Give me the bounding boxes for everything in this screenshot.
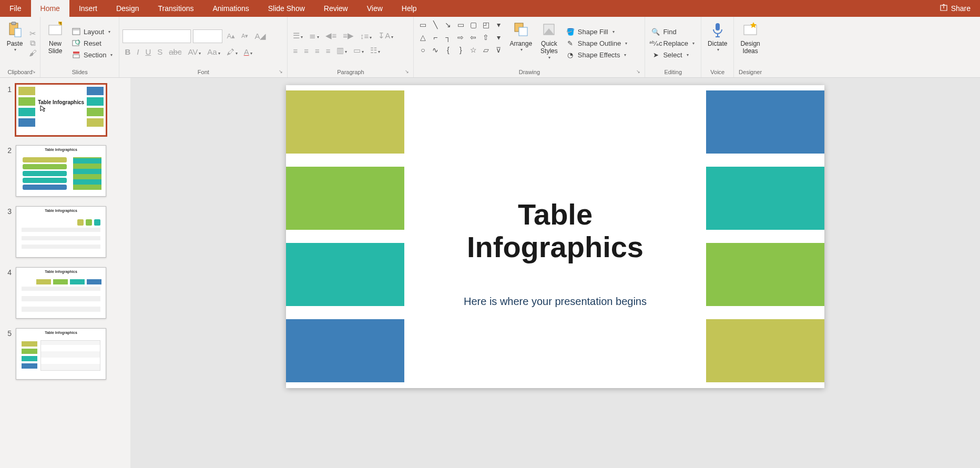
shape-callout[interactable]: ▱ — [480, 44, 492, 56]
thumbnail-3[interactable]: Table Infographics — [16, 206, 106, 258]
shape-connector-1[interactable]: ⌐ — [430, 32, 441, 43]
ribbon: Paste ▾ ✂ ⧉ 🖌 Clipboard ↘ New Slide — [0, 17, 980, 78]
share-button[interactable]: Share — [930, 0, 980, 17]
shape-connector-2[interactable]: ┐ — [442, 32, 454, 43]
align-text-button[interactable]: ▭▾ — [351, 45, 366, 56]
quick-styles-button[interactable]: Quick Styles▾ — [537, 19, 561, 67]
text-direction-button[interactable]: ↧A▾ — [376, 30, 395, 42]
section-button[interactable]: Section▾ — [69, 49, 116, 60]
strikethrough-button[interactable]: abc — [167, 46, 183, 57]
shadow-button[interactable]: S — [155, 46, 165, 57]
tab-slideshow[interactable]: Slide Show — [259, 0, 314, 17]
bold-button[interactable]: B — [122, 46, 132, 57]
arrange-icon — [513, 21, 529, 38]
thumbnail-5[interactable]: Table Infographics — [16, 328, 106, 380]
tab-animations[interactable]: Animations — [203, 0, 258, 17]
tab-help[interactable]: Help — [392, 0, 426, 17]
format-painter-icon[interactable]: 🖌 — [28, 48, 37, 57]
character-spacing-button[interactable]: AV▾ — [186, 46, 203, 57]
paste-button[interactable]: Paste ▾ — [3, 19, 26, 67]
tab-insert[interactable]: Insert — [69, 0, 107, 17]
shape-curve[interactable]: ∿ — [430, 44, 441, 56]
slide-subtitle[interactable]: Here is where your presentation begins — [286, 296, 824, 308]
deco-block-right-1[interactable] — [706, 90, 824, 154]
line-spacing-button[interactable]: ↕≡▾ — [358, 30, 374, 42]
reset-button[interactable]: Reset — [69, 38, 116, 48]
align-left-button[interactable]: ≡ — [291, 45, 300, 56]
tab-design[interactable]: Design — [107, 0, 149, 17]
paragraph-launcher[interactable]: ↘ — [405, 69, 411, 75]
align-center-button[interactable]: ≡ — [302, 45, 311, 56]
shape-arrow-right[interactable]: ⇨ — [455, 32, 466, 43]
clear-formatting-icon[interactable]: A◢ — [252, 30, 268, 42]
shape-triangle[interactable]: △ — [417, 32, 428, 43]
underline-button[interactable]: U — [143, 46, 153, 57]
shape-line-arrow[interactable]: ↘ — [442, 19, 454, 30]
shape-arrow-up[interactable]: ⇧ — [480, 32, 492, 43]
numbering-button[interactable]: ≣▾ — [307, 30, 321, 42]
font-launcher[interactable]: ↘ — [279, 69, 285, 75]
shapes-gallery[interactable]: ▭ ╲ ↘ ▭ ▢ ◰ ▾ △ ⌐ ┐ ⇨ ⇦ ⇧ ▾ ○ ∿ { } ☆ ▱ — [417, 19, 504, 67]
select-button[interactable]: ➤Select▾ — [648, 49, 698, 60]
thumbnail-4[interactable]: Table Infographics — [16, 267, 106, 319]
shape-fill-button[interactable]: 🪣Shape Fill▾ — [563, 26, 630, 37]
tab-review[interactable]: Review — [314, 0, 358, 17]
clipboard-launcher[interactable]: ↘ — [32, 69, 38, 75]
shape-oval[interactable]: ○ — [417, 44, 428, 56]
smartart-button[interactable]: ☷▾ — [368, 45, 382, 56]
align-right-button[interactable]: ≡ — [313, 45, 322, 56]
tab-home[interactable]: Home — [31, 0, 69, 17]
shape-more-1[interactable]: ▾ — [493, 19, 504, 30]
highlight-button[interactable]: 🖍▾ — [224, 46, 240, 57]
shape-snip-rect[interactable]: ◰ — [480, 19, 492, 30]
group-editing: 🔍Find ᵃᵇ⁄ₐcReplace▾ ➤Select▾ Editing — [645, 17, 701, 77]
shape-brace-left[interactable]: { — [442, 44, 454, 56]
increase-font-icon[interactable]: A▴ — [224, 31, 237, 41]
shape-more-3[interactable]: ⊽ — [493, 44, 504, 56]
shape-line[interactable]: ╲ — [430, 19, 441, 30]
italic-button[interactable]: I — [135, 46, 141, 57]
font-size-select[interactable] — [193, 29, 222, 43]
thumbnail-panel[interactable]: 1 Table Infographics 2 Table Infographic… — [0, 78, 130, 468]
shape-more-2[interactable]: ▾ — [493, 32, 504, 43]
shape-arrow-left[interactable]: ⇦ — [467, 32, 479, 43]
shape-outline-button[interactable]: ✎Shape Outline▾ — [563, 38, 630, 48]
arrange-button[interactable]: Arrange▾ — [506, 19, 535, 67]
deco-block-left-4[interactable] — [286, 319, 404, 382]
find-button[interactable]: 🔍Find — [648, 26, 698, 37]
deco-block-left-1[interactable] — [286, 90, 404, 154]
thumbnail-1[interactable]: Table Infographics — [16, 84, 106, 136]
cut-icon[interactable]: ✂ — [28, 29, 37, 38]
slide-title[interactable]: Table Infographics — [286, 198, 824, 263]
bullets-button[interactable]: ☰▾ — [291, 30, 305, 42]
new-slide-button[interactable]: New Slide — [44, 19, 67, 67]
decrease-font-icon[interactable]: A▾ — [239, 32, 250, 40]
tab-transitions[interactable]: Transitions — [149, 0, 203, 17]
layout-button[interactable]: Layout▾ — [69, 26, 116, 37]
dictate-button[interactable]: Dictate▾ — [705, 19, 730, 67]
design-ideas-button[interactable]: Design Ideas — [737, 19, 763, 67]
font-family-select[interactable] — [122, 29, 191, 43]
deco-block-right-4[interactable] — [706, 319, 824, 382]
shape-textbox[interactable]: ▭ — [417, 19, 428, 30]
drawing-launcher[interactable]: ↘ — [636, 69, 642, 75]
shape-effects-button[interactable]: ◔Shape Effects▾ — [563, 49, 630, 60]
columns-button[interactable]: ▥▾ — [334, 45, 349, 56]
thumbnail-2[interactable]: Table Infographics — [16, 145, 106, 197]
copy-icon[interactable]: ⧉ — [28, 39, 37, 47]
increase-indent-button[interactable]: ≡▶ — [341, 30, 356, 42]
shape-rounded-rect[interactable]: ▢ — [467, 19, 479, 30]
justify-button[interactable]: ≡ — [324, 45, 333, 56]
shape-brace-right[interactable]: } — [455, 44, 466, 56]
tab-view[interactable]: View — [358, 0, 392, 17]
slide-editor[interactable]: Table Infographics Here is where your pr… — [286, 85, 824, 388]
shape-rect[interactable]: ▭ — [455, 19, 466, 30]
replace-button[interactable]: ᵃᵇ⁄ₐcReplace▾ — [648, 38, 698, 48]
font-color-button[interactable]: A▾ — [242, 46, 254, 57]
shape-star[interactable]: ☆ — [467, 44, 479, 56]
decrease-indent-button[interactable]: ◀≡ — [323, 30, 339, 42]
slide-canvas-area[interactable]: Table Infographics Here is where your pr… — [130, 78, 980, 468]
group-label-drawing: Drawing — [417, 67, 641, 77]
change-case-button[interactable]: Aa▾ — [205, 46, 222, 57]
tab-file[interactable]: File — [0, 0, 31, 17]
